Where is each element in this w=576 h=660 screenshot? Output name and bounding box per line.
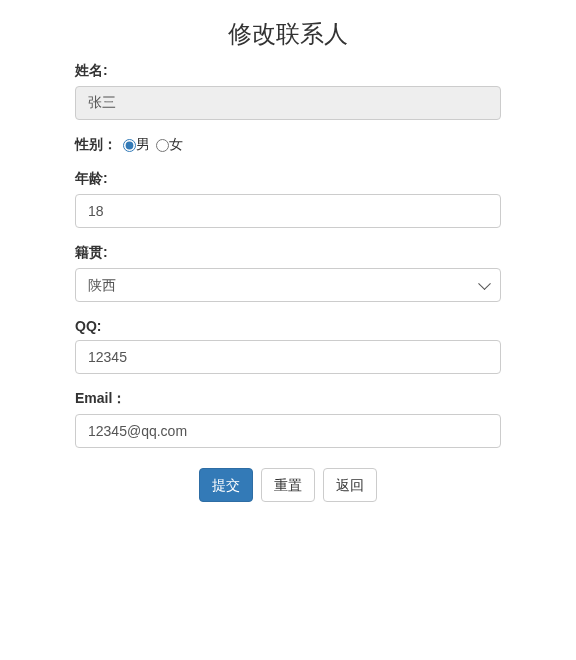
qq-input[interactable]: [75, 340, 501, 374]
email-label: Email：: [75, 390, 501, 408]
gender-male-radio[interactable]: [123, 139, 136, 152]
qq-label: QQ:: [75, 318, 501, 334]
province-label: 籍贯:: [75, 244, 501, 262]
age-input[interactable]: [75, 194, 501, 228]
back-button[interactable]: 返回: [323, 468, 377, 502]
province-select[interactable]: 陕西: [75, 268, 501, 302]
gender-female-option[interactable]: 女: [156, 136, 183, 154]
name-label: 姓名:: [75, 62, 501, 80]
page-title: 修改联系人: [75, 18, 501, 50]
gender-male-option[interactable]: 男: [123, 136, 150, 154]
gender-female-radio[interactable]: [156, 139, 169, 152]
gender-female-text: 女: [169, 136, 183, 154]
reset-button[interactable]: 重置: [261, 468, 315, 502]
gender-male-text: 男: [136, 136, 150, 154]
name-input: [75, 86, 501, 120]
age-label: 年龄:: [75, 170, 501, 188]
email-input[interactable]: [75, 414, 501, 448]
gender-label: 性别：: [75, 136, 117, 154]
submit-button[interactable]: 提交: [199, 468, 253, 502]
